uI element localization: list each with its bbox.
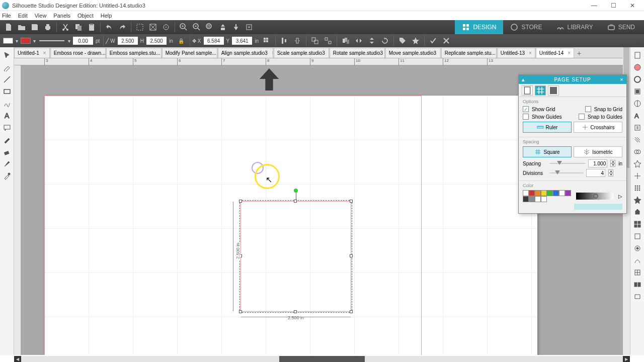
fill-swatch[interactable] — [3, 38, 13, 44]
color-swatch[interactable] — [565, 190, 571, 196]
star-button[interactable] — [410, 35, 422, 47]
scrollbar-horizontal[interactable]: ◀ ▶ — [14, 356, 630, 362]
fit-button[interactable] — [217, 21, 229, 33]
menu-file[interactable]: File — [2, 13, 11, 19]
eraser-tool[interactable] — [2, 146, 13, 157]
panel-tab-grid[interactable] — [535, 85, 546, 96]
knife-tool[interactable] — [2, 158, 13, 169]
line-panel-button[interactable] — [632, 74, 643, 85]
handle-s[interactable] — [294, 310, 297, 313]
handle-e[interactable] — [350, 254, 353, 257]
select-tool[interactable] — [2, 50, 13, 61]
rectangle-tool[interactable] — [2, 86, 13, 97]
zoomdrag-button[interactable] — [243, 21, 255, 33]
divisions-input[interactable] — [586, 169, 605, 177]
color-swatch[interactable] — [523, 190, 529, 196]
color-swatch[interactable] — [535, 196, 541, 202]
close-icon[interactable]: × — [43, 50, 46, 56]
divisions-spinner[interactable]: ▴▾ — [608, 169, 613, 176]
menu-panels[interactable]: Panels — [53, 13, 70, 19]
freehand-tool[interactable] — [2, 98, 13, 109]
show-grid-checkbox[interactable] — [523, 106, 529, 112]
send-panel-button[interactable] — [632, 291, 643, 302]
menu-object[interactable]: Object — [77, 13, 94, 19]
undo-button[interactable] — [103, 21, 115, 33]
color-swatches[interactable] — [523, 190, 571, 202]
handle-n[interactable] — [294, 200, 297, 203]
text-tool[interactable]: A — [2, 110, 13, 121]
show-guides-checkbox[interactable] — [523, 114, 529, 120]
color-swatch[interactable] — [541, 196, 547, 202]
material-button[interactable] — [632, 267, 643, 278]
width-input[interactable] — [118, 37, 138, 45]
color-swatch[interactable] — [541, 190, 547, 196]
edit-points-tool[interactable] — [2, 62, 13, 73]
close-button[interactable]: ✕ — [623, 1, 642, 11]
scale-panel-button[interactable] — [632, 183, 643, 194]
tab-2[interactable]: Emboss samples.stu...× — [106, 48, 162, 58]
ungroup-button[interactable] — [322, 35, 334, 47]
center-button[interactable] — [160, 21, 172, 33]
cut-button[interactable] — [59, 21, 71, 33]
isometric-button[interactable]: Isometric — [574, 146, 622, 157]
ruler-horizontal[interactable]: 3 4 5 6 7 8 9 10 11 12 13 — [14, 58, 630, 65]
knife-panel-button[interactable] — [632, 207, 643, 218]
spacing-input[interactable] — [588, 159, 607, 167]
group-button[interactable] — [309, 35, 321, 47]
snap-grid-checkbox[interactable] — [585, 106, 591, 112]
grid-snap-button[interactable] — [261, 35, 273, 47]
scroll-right-button[interactable]: ▶ — [623, 356, 630, 362]
paste-button[interactable] — [86, 21, 98, 33]
color-swatch[interactable] — [559, 190, 565, 196]
spacing-spinner[interactable]: ▴▾ — [610, 160, 615, 167]
fill-panel-button[interactable] — [632, 62, 643, 73]
snap-guides-checkbox[interactable] — [579, 114, 585, 120]
tab-1[interactable]: Emboss rose - drawn...× — [50, 48, 106, 58]
color-swatch[interactable] — [553, 190, 559, 196]
mode-library[interactable]: LIBRARY — [549, 20, 600, 34]
mode-send[interactable]: SEND — [600, 20, 642, 34]
scroll-left-button[interactable]: ◀ — [14, 356, 21, 362]
mode-store[interactable]: STORE — [503, 20, 549, 34]
menu-edit[interactable]: Edit — [18, 13, 28, 19]
tab-10[interactable]: Untitled-14× — [536, 48, 574, 58]
rotate-button[interactable] — [379, 35, 391, 47]
handle-se[interactable] — [350, 310, 353, 313]
tab-3[interactable]: Modify Panel sample...× — [162, 48, 217, 58]
tab-0[interactable]: Untitled-1× — [14, 48, 50, 58]
color-swatch[interactable] — [529, 190, 535, 196]
height-input[interactable] — [146, 37, 167, 45]
x-input[interactable] — [204, 37, 224, 45]
distribute-button[interactable] — [291, 35, 303, 47]
align-button[interactable] — [278, 35, 290, 47]
object-button[interactable] — [632, 279, 643, 290]
rotate-handle[interactable] — [294, 189, 298, 193]
replicate-button[interactable] — [340, 35, 352, 47]
selected-rectangle[interactable]: 2.500 in 2.500 in — [240, 201, 351, 312]
trace-panel-button[interactable] — [632, 86, 643, 97]
minimize-button[interactable]: — — [585, 1, 604, 11]
stroke-input[interactable] — [73, 37, 93, 45]
tab-7[interactable]: Move sample.studio3× — [385, 48, 441, 58]
handle-nw[interactable] — [239, 200, 242, 203]
replicate-panel-button[interactable] — [632, 158, 643, 169]
color-swatch[interactable] — [547, 190, 553, 196]
zoomin-button[interactable] — [178, 21, 190, 33]
lock-aspect-button[interactable]: 🔒 — [175, 35, 187, 47]
zoomsel-button[interactable] — [204, 21, 216, 33]
tab-5[interactable]: Scale sample.studio3× — [274, 48, 329, 58]
eyedropper-tool[interactable] — [2, 170, 13, 182]
tag-button[interactable] — [396, 35, 409, 47]
selectall-button[interactable] — [134, 21, 146, 33]
mirror-v-button[interactable] — [366, 35, 378, 47]
redo-button[interactable] — [116, 21, 128, 33]
zoomout-button[interactable] — [191, 21, 203, 33]
scroll-thumb[interactable] — [279, 356, 365, 362]
crosshairs-button[interactable]: Crosshairs — [574, 122, 622, 133]
handle-sw[interactable] — [239, 310, 242, 313]
mirror-h-button[interactable] — [353, 35, 365, 47]
offset-panel-button[interactable] — [632, 134, 643, 145]
emboss-button[interactable] — [632, 243, 643, 254]
ruler-vertical[interactable] — [14, 65, 21, 355]
y-input[interactable] — [232, 37, 252, 45]
